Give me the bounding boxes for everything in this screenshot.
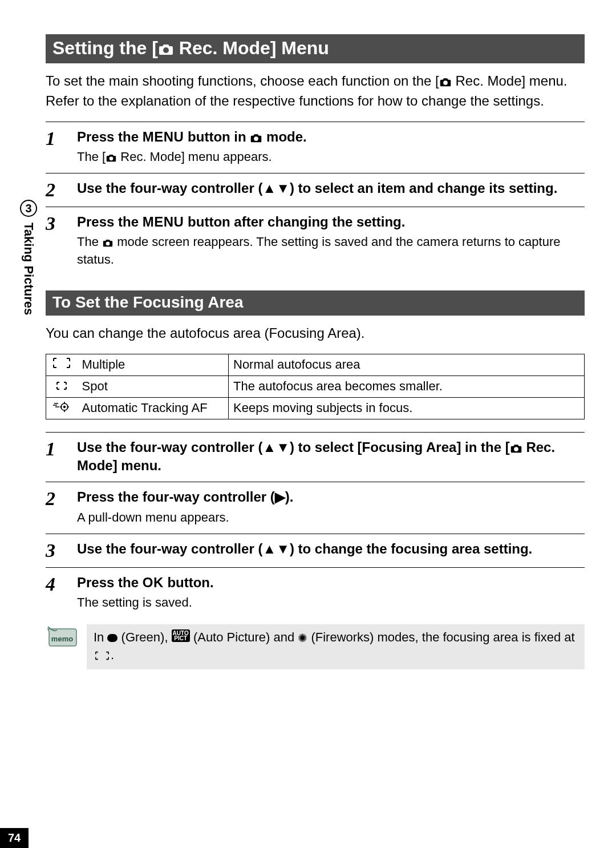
- fireworks-icon: ✺: [298, 632, 307, 644]
- camera-icon: [250, 133, 262, 143]
- camera-icon: [102, 239, 114, 247]
- memo-icon: memo: [46, 624, 79, 651]
- camera-icon: [510, 443, 522, 453]
- step: 1 Use the four-way controller (▲▼) to se…: [46, 432, 585, 482]
- step: 3 Use the four-way controller (▲▼) to ch…: [46, 534, 585, 567]
- step-title: Use the four-way controller (▲▼) to sele…: [77, 179, 585, 197]
- step: 1 Press the MENU button in mode. The [ R…: [46, 122, 585, 173]
- auto-picture-icon: AUTOPICT: [172, 629, 190, 642]
- table-row: Multiple Normal autofocus area: [46, 354, 585, 375]
- chapter-tab: 3 Taking Pictures: [17, 200, 40, 315]
- step-title: Press the OK button.: [77, 574, 585, 592]
- page-content: Setting the [ Rec. Mode] Menu To set the…: [46, 34, 585, 669]
- page-number: 74: [0, 828, 29, 848]
- step-desc: The mode screen reappears. The setting i…: [77, 233, 585, 269]
- multiple-af-icon: [94, 648, 111, 662]
- table-row: Spot The autofocus area becomes smaller.: [46, 375, 585, 397]
- step-title: Press the MENU button in mode.: [77, 128, 585, 146]
- step-desc: The [ Rec. Mode] menu appears.: [77, 148, 585, 166]
- step: 2 Press the four-way controller (▶). A p…: [46, 482, 585, 533]
- section-intro: You can change the autofocus area (Focus…: [46, 324, 585, 344]
- tracking-af-icon: [46, 397, 78, 419]
- spot-af-icon: [46, 375, 78, 397]
- step-title: Use the four-way controller (▲▼) to chan…: [77, 540, 585, 558]
- memo-text: In (Green), AUTOPICT (Auto Picture) and …: [87, 624, 585, 670]
- step-title: Press the MENU button after changing the…: [77, 213, 585, 231]
- step: 2 Use the four-way controller (▲▼) to se…: [46, 173, 585, 207]
- step-title: Use the four-way controller (▲▼) to sele…: [77, 438, 585, 475]
- step-desc: The setting is saved.: [77, 594, 585, 612]
- svg-text:memo: memo: [51, 635, 73, 643]
- camera-icon: [106, 154, 117, 162]
- camera-icon: [158, 43, 174, 55]
- section-heading-focusing-area: To Set the Focusing Area: [46, 290, 585, 316]
- chapter-label: Taking Pictures: [21, 223, 36, 315]
- step: 3 Press the MENU button after changing t…: [46, 207, 585, 276]
- svg-point-1: [63, 406, 66, 408]
- step-desc: A pull-down menu appears.: [77, 509, 585, 527]
- section-heading-rec-mode: Setting the [ Rec. Mode] Menu: [46, 34, 585, 63]
- step: 4 Press the OK button. The setting is sa…: [46, 567, 585, 619]
- green-mode-icon: [107, 634, 117, 642]
- section-intro: To set the main shooting functions, choo…: [46, 71, 585, 111]
- multiple-af-icon: [46, 354, 78, 375]
- table-row: Automatic Tracking AF Keeps moving subje…: [46, 397, 585, 419]
- focusing-area-table: Multiple Normal autofocus area Spot The …: [46, 354, 585, 419]
- camera-icon: [439, 77, 452, 87]
- memo-note: memo In (Green), AUTOPICT (Auto Picture)…: [46, 624, 585, 670]
- step-title: Press the four-way controller (▶).: [77, 488, 585, 506]
- chapter-number: 3: [20, 200, 37, 217]
